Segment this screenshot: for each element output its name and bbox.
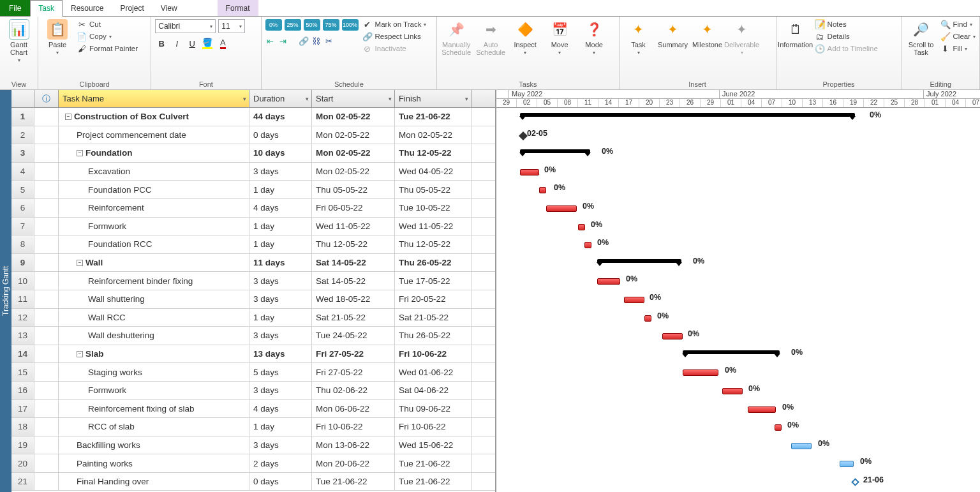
cell-finish[interactable]: Tue 10-05-22: [395, 199, 471, 217]
cell-task-name[interactable]: −Foundation: [59, 144, 249, 162]
cell-task-name[interactable]: Wall shuttering: [59, 290, 249, 308]
menu-resource[interactable]: Resource: [63, 0, 112, 16]
collapse-toggle[interactable]: −: [77, 150, 83, 156]
pct-75-button[interactable]: 75%: [323, 19, 339, 31]
font-size-select[interactable]: 11▾: [218, 19, 245, 33]
information-button[interactable]: 🗒Information: [780, 19, 811, 48]
table-row[interactable]: 5Foundation PCC1 dayThu 05-05-22Thu 05-0…: [11, 181, 495, 199]
cell-task-name[interactable]: Wall RCC: [59, 309, 249, 327]
task-bar[interactable]: [584, 242, 591, 248]
cell-task-name[interactable]: Painting works: [59, 454, 249, 472]
gantt-chart[interactable]: May 2022 June 2022 July 2022 29020508111…: [496, 90, 980, 492]
cell-task-name[interactable]: Reinforcement binder fixing: [59, 272, 249, 290]
row-number[interactable]: 17: [11, 400, 34, 418]
scroll-to-task-button[interactable]: 🔎Scroll to Task: [906, 19, 937, 56]
row-number[interactable]: 7: [11, 218, 34, 235]
pct-0-button[interactable]: 0%: [265, 19, 282, 31]
cell-start[interactable]: Thu 12-05-22: [312, 235, 395, 253]
cell-duration[interactable]: 44 days: [249, 108, 312, 126]
menu-format[interactable]: Format: [218, 0, 258, 16]
inspect-button[interactable]: 🔶Inspect▾: [510, 19, 540, 56]
cell-finish[interactable]: Tue 21-06-22: [395, 454, 471, 472]
cell-finish[interactable]: Sat 21-05-22: [395, 309, 471, 327]
task-bar[interactable]: [748, 406, 776, 413]
cell-duration[interactable]: 0 days: [249, 473, 312, 491]
table-row[interactable]: 21Final Handing over0 daysTue 21-06-22Tu…: [11, 473, 495, 491]
menu-task[interactable]: Task: [30, 0, 63, 17]
cell-duration[interactable]: 4 days: [249, 199, 312, 217]
collapse-toggle[interactable]: −: [65, 114, 71, 120]
cell-task-name[interactable]: Foundation RCC: [59, 235, 249, 253]
cell-duration[interactable]: 11 days: [249, 254, 312, 272]
move-button[interactable]: 📅Move▾: [544, 19, 575, 56]
cell-start[interactable]: Fri 27-05-22: [312, 345, 395, 363]
row-number[interactable]: 18: [11, 418, 34, 436]
row-number[interactable]: 5: [11, 181, 34, 198]
task-bar[interactable]: [644, 315, 651, 322]
cell-duration[interactable]: 3 days: [249, 272, 312, 290]
cell-task-name[interactable]: Foundation PCC: [59, 181, 249, 198]
find-button[interactable]: 🔍Find ▾: [940, 19, 976, 29]
row-number[interactable]: 13: [11, 327, 34, 345]
cell-duration[interactable]: 1 day: [249, 218, 312, 235]
cut-button[interactable]: ✂Cut: [77, 19, 138, 29]
indent-icon[interactable]: ⇥: [278, 36, 288, 46]
fill-button[interactable]: ⬇Fill ▾: [940, 43, 976, 54]
task-bar[interactable]: [520, 169, 539, 175]
cell-start[interactable]: Mon 06-06-22: [312, 400, 395, 418]
copy-button[interactable]: 📄Copy ▾: [77, 31, 138, 41]
cell-finish[interactable]: Tue 17-05-22: [395, 272, 471, 290]
col-start[interactable]: Start▾: [312, 90, 395, 107]
cell-finish[interactable]: Wed 04-05-22: [395, 163, 471, 181]
table-row[interactable]: 20Painting works2 daysMon 20-06-22Tue 21…: [11, 454, 495, 473]
table-row[interactable]: 9−Wall11 daysSat 14-05-22Thu 26-05-22: [11, 254, 495, 272]
summary-bar[interactable]: [597, 259, 681, 263]
cell-finish[interactable]: Mon 02-05-22: [395, 126, 471, 144]
cell-task-name[interactable]: −Construction of Box Culvert: [59, 108, 249, 126]
table-row[interactable]: 4Excavation3 daysMon 02-05-22Wed 04-05-2…: [11, 163, 495, 181]
table-row[interactable]: 16Formwork3 daysThu 02-06-22Sat 04-06-22: [11, 382, 495, 400]
task-bar[interactable]: [791, 443, 812, 449]
cell-finish[interactable]: Thu 12-05-22: [395, 235, 471, 253]
select-all[interactable]: [11, 90, 34, 107]
row-number[interactable]: 21: [11, 473, 34, 491]
respect-links-button[interactable]: 🔗Respect Links: [362, 31, 427, 41]
table-row[interactable]: 19Backfilling works3 daysMon 13-06-22Wed…: [11, 436, 495, 455]
cell-duration[interactable]: 1 day: [249, 181, 312, 198]
row-number[interactable]: 15: [11, 363, 34, 381]
table-row[interactable]: 2Project commencement date0 daysMon 02-0…: [11, 126, 495, 145]
cell-start[interactable]: Sat 21-05-22: [312, 309, 395, 327]
cell-duration[interactable]: 5 days: [249, 363, 312, 381]
cell-start[interactable]: Tue 21-06-22: [312, 473, 395, 491]
row-number[interactable]: 19: [11, 436, 34, 454]
cell-finish[interactable]: Thu 26-05-22: [395, 254, 471, 272]
gantt-chart-button[interactable]: 📊Gantt Chart▾: [4, 19, 34, 63]
fill-color-button[interactable]: 🪣: [201, 37, 214, 50]
cell-finish[interactable]: Tue 21-06-22: [395, 108, 471, 126]
cell-duration[interactable]: 0 days: [249, 126, 312, 144]
cell-task-name[interactable]: Wall deshuttering: [59, 327, 249, 345]
table-row[interactable]: 14−Slab13 daysFri 27-05-22Fri 10-06-22: [11, 345, 495, 364]
cell-start[interactable]: Fri 06-05-22: [312, 199, 395, 217]
cell-duration[interactable]: 3 days: [249, 163, 312, 181]
cell-finish[interactable]: Wed 15-06-22: [395, 436, 471, 454]
cell-task-name[interactable]: Formwork: [59, 382, 249, 399]
row-number[interactable]: 1: [11, 108, 34, 126]
cell-finish[interactable]: Fri 10-06-22: [395, 418, 471, 436]
pct-50-button[interactable]: 50%: [304, 19, 320, 31]
cell-start[interactable]: Mon 02-05-22: [312, 108, 395, 126]
task-insert-button[interactable]: ✦Task▾: [623, 19, 654, 56]
outdent-icon[interactable]: ⇤: [265, 36, 276, 46]
row-number[interactable]: 10: [11, 272, 34, 290]
cell-task-name[interactable]: Reinforcement fixing of slab: [59, 400, 249, 418]
task-bar[interactable]: [722, 388, 743, 394]
row-number[interactable]: 8: [11, 235, 34, 253]
cell-start[interactable]: Thu 05-05-22: [312, 181, 395, 198]
col-finish[interactable]: Finish▾: [395, 90, 471, 107]
cell-duration[interactable]: 1 day: [249, 418, 312, 436]
table-row[interactable]: 12Wall RCC1 daySat 21-05-22Sat 21-05-22: [11, 309, 495, 327]
task-bar[interactable]: [539, 187, 546, 193]
clear-button[interactable]: 🧹Clear ▾: [940, 31, 976, 41]
notes-button[interactable]: 📝Notes: [815, 19, 878, 29]
cell-duration[interactable]: 10 days: [249, 144, 312, 162]
